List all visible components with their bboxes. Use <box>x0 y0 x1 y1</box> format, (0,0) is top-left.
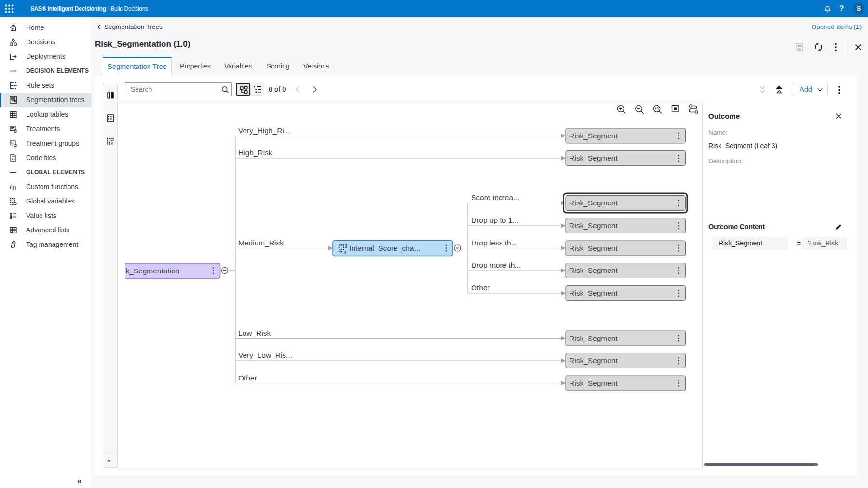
svg-text:Low_Risk: Low_Risk <box>238 329 271 337</box>
svg-text:Risk_Segment: Risk_Segment <box>569 334 618 342</box>
svg-text:Risk_Segment: Risk_Segment <box>569 289 618 297</box>
svg-text:Risk_Segment: Risk_Segment <box>569 244 618 252</box>
svg-text:Risk_Segment: Risk_Segment <box>569 379 618 387</box>
svg-text:f: f <box>10 183 12 190</box>
svg-text:Risk_Segment: Risk_Segment <box>569 266 618 274</box>
svg-text:Score increa...: Score increa... <box>471 193 519 202</box>
svg-text:Risk_Segment: Risk_Segment <box>569 221 618 230</box>
svg-text:Risk_Segmentation: Risk_Segmentation <box>118 267 179 275</box>
svg-text:Very_Low_Ris...: Very_Low_Ris... <box>238 351 292 359</box>
svg-text:Risk_Segment: Risk_Segment <box>569 199 618 207</box>
svg-text:Risk_Segment: Risk_Segment <box>569 132 618 140</box>
svg-text:;: ; <box>14 158 15 162</box>
svg-text:Risk_Segment: Risk_Segment <box>569 154 618 162</box>
svg-text:Drop up to 1...: Drop up to 1... <box>471 216 518 224</box>
svg-text:Medium_Risk: Medium_Risk <box>238 239 284 247</box>
svg-text:Risk_Segment: Risk_Segment <box>569 356 618 365</box>
svg-text:Drop more th...: Drop more th... <box>471 261 521 269</box>
svg-text:Other: Other <box>471 284 490 292</box>
svg-text:Other: Other <box>238 374 257 382</box>
svg-text:Very_High_Ri...: Very_High_Ri... <box>238 126 290 135</box>
svg-text:x: x <box>343 249 347 255</box>
svg-text:x: x <box>110 140 114 145</box>
svg-text:Drop less th...: Drop less th... <box>471 239 517 247</box>
svg-text:High_Risk: High_Risk <box>238 149 272 157</box>
svg-text:Internal_Score_cha...: Internal_Score_cha... <box>349 244 420 252</box>
svg-text:[ ]: [ ] <box>13 186 16 190</box>
